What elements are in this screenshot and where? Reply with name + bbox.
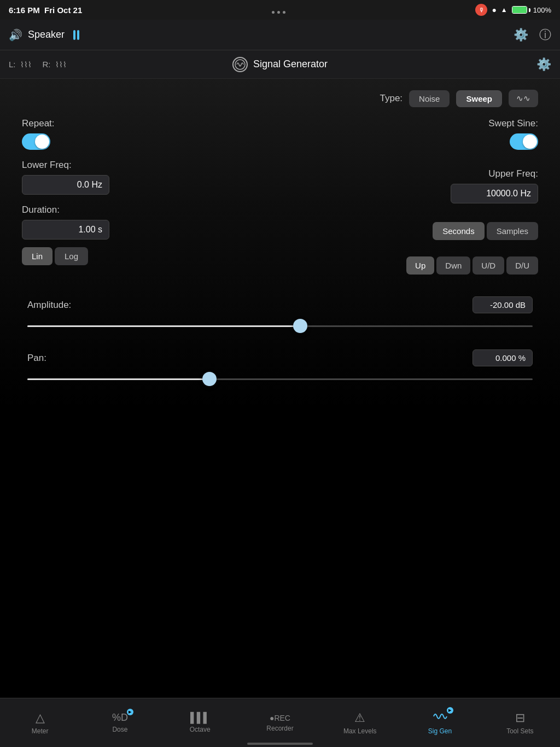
siggen-icon-wrapper: ▶ xyxy=(433,710,448,725)
toolsets-label: Tool Sets xyxy=(506,727,533,735)
settings-button[interactable]: ⚙️ xyxy=(514,28,528,42)
pan-value[interactable]: 0.000 % xyxy=(472,349,533,366)
duration-unit-group: Seconds Samples xyxy=(433,222,538,240)
main-content: Type: Noise Sweep ∿∿ Repeat: Lower Freq:… xyxy=(0,79,560,407)
duration-input[interactable] xyxy=(22,220,109,240)
repeat-group: Repeat: xyxy=(22,118,264,150)
lower-freq-label: Lower Freq: xyxy=(22,160,264,171)
amplitude-value[interactable]: -20.00 dB xyxy=(472,296,533,313)
octave-icon: ▌▌▌ xyxy=(190,712,209,723)
signal-header: L: ⌇⌇⌇ R: ⌇⌇⌇ Signal Generator ⚙️ xyxy=(0,50,560,79)
toolsets-icon: ⊟ xyxy=(515,711,525,725)
lower-freq-group: Lower Freq: xyxy=(22,160,264,195)
octave-label: Octave xyxy=(190,726,211,733)
pan-slider-container[interactable] xyxy=(27,371,533,387)
repeat-toggle[interactable] xyxy=(22,133,50,150)
siggen-play-badge: ▶ xyxy=(447,707,453,714)
amplitude-label: Amplitude: xyxy=(27,300,82,311)
pan-label: Pan: xyxy=(27,353,82,364)
log-button[interactable]: Log xyxy=(55,247,88,265)
lin-button[interactable]: Lin xyxy=(22,247,52,265)
battery-fill xyxy=(512,7,527,13)
dose-play-badge: ▶ xyxy=(127,709,133,715)
info-button[interactable]: ⓘ xyxy=(539,27,551,43)
left-waveform-icon: ⌇⌇⌇ xyxy=(20,60,32,69)
wifi-icon: ● xyxy=(492,5,496,14)
lin-log-group: Lin Log xyxy=(22,247,264,265)
status-time-date: 6:16 PM Fri Oct 21 xyxy=(9,5,82,15)
signal-gen-icon xyxy=(232,57,248,72)
recorder-label: Recorder xyxy=(266,725,293,732)
repeat-label: Repeat: xyxy=(22,118,264,129)
controls-grid: Repeat: Lower Freq: Duration: Lin Log xyxy=(22,118,538,275)
pause-button[interactable] xyxy=(73,30,79,40)
svg-point-0 xyxy=(235,60,245,69)
pan-track xyxy=(27,378,533,380)
left-channel-label: L: xyxy=(9,60,16,69)
duration-label: Duration: xyxy=(22,205,264,215)
signal-settings-icon[interactable]: ⚙️ xyxy=(536,57,551,72)
upper-freq-group: Upper Freq: xyxy=(451,168,538,203)
battery-tip xyxy=(529,8,530,12)
tab-meter[interactable]: △ Meter xyxy=(0,705,80,735)
signal-generator-title: Signal Generator xyxy=(253,59,328,70)
top-nav-bar: 🔊 Speaker ⚙️ ⓘ xyxy=(0,20,560,50)
type-noise-button[interactable]: Noise xyxy=(409,90,450,107)
dose-icon: %D xyxy=(112,712,128,723)
signal-generator-title-area: Signal Generator xyxy=(232,57,328,72)
type-wave-button[interactable]: ∿∿ xyxy=(509,90,538,107)
channel-labels: L: ⌇⌇⌇ R: ⌇⌇⌇ xyxy=(9,60,232,69)
lower-freq-input[interactable] xyxy=(22,175,109,195)
dose-label: Dose xyxy=(112,726,127,733)
tab-maxlevels[interactable]: ⚠ Max Levels xyxy=(320,705,400,735)
signal-header-settings[interactable]: ⚙️ xyxy=(328,57,551,72)
siggen-icon xyxy=(433,710,448,725)
right-controls: Swept Sine: Upper Freq: Seconds Samples … xyxy=(296,118,538,275)
home-indicator xyxy=(247,743,313,745)
meter-icon: △ xyxy=(36,711,45,725)
direction-du-button[interactable]: D/U xyxy=(506,256,538,275)
pan-thumb[interactable] xyxy=(202,372,217,386)
battery: 100% xyxy=(512,6,551,14)
direction-group: Up Dwn U/D D/U xyxy=(406,256,538,275)
tab-dose[interactable]: %D ▶ Dose xyxy=(80,707,160,733)
speaker-icon: 🔊 xyxy=(9,28,22,42)
status-dots xyxy=(272,7,285,14)
direction-dwn-button[interactable]: Dwn xyxy=(436,256,470,275)
status-bar: 6:16 PM Fri Oct 21 🎙 ● ▲ 100% xyxy=(0,0,560,20)
swept-sine-group: Swept Sine: xyxy=(488,118,538,150)
type-sweep-button[interactable]: Sweep xyxy=(456,90,502,107)
duration-group: Duration: xyxy=(22,205,264,240)
type-label: Type: xyxy=(380,93,403,104)
siggen-label: Sig Gen xyxy=(428,727,452,735)
status-icons: 🎙 ● ▲ 100% xyxy=(475,4,551,16)
mic-status-icon: 🎙 xyxy=(475,4,487,16)
swept-sine-toggle[interactable] xyxy=(510,133,538,150)
pan-header: Pan: 0.000 % xyxy=(27,349,533,366)
left-controls: Repeat: Lower Freq: Duration: Lin Log xyxy=(22,118,264,275)
upper-freq-input[interactable] xyxy=(451,184,538,203)
seconds-button[interactable]: Seconds xyxy=(433,222,484,240)
nav-left: 🔊 Speaker xyxy=(9,28,514,42)
battery-percent: 100% xyxy=(533,6,551,14)
nav-right: ⚙️ ⓘ xyxy=(514,27,551,43)
tab-octave[interactable]: ▌▌▌ Octave xyxy=(160,707,240,733)
meter-label: Meter xyxy=(32,727,49,735)
tab-toolsets[interactable]: ⊟ Tool Sets xyxy=(480,705,560,735)
tab-bar: △ Meter %D ▶ Dose ▌▌▌ Octave ●REC Record… xyxy=(0,698,560,747)
amplitude-header: Amplitude: -20.00 dB xyxy=(27,296,533,313)
amplitude-slider-container[interactable] xyxy=(27,318,533,334)
amplitude-thumb[interactable] xyxy=(293,319,307,333)
amplitude-section: Amplitude: -20.00 dB Pan: 0.000 % xyxy=(22,296,538,387)
signal-icon: ▲ xyxy=(501,6,508,14)
recorder-icon: ●REC xyxy=(270,714,290,722)
tab-recorder[interactable]: ●REC Recorder xyxy=(240,708,320,732)
dose-icon-wrapper: %D ▶ xyxy=(112,712,128,723)
direction-ud-button[interactable]: U/D xyxy=(472,256,504,275)
direction-up-button[interactable]: Up xyxy=(406,256,434,275)
amplitude-fill xyxy=(27,325,300,327)
tab-siggen[interactable]: ▶ Sig Gen xyxy=(400,705,480,735)
samples-button[interactable]: Samples xyxy=(487,222,538,240)
right-channel-label: R: xyxy=(43,60,51,69)
pan-fill xyxy=(27,378,209,380)
